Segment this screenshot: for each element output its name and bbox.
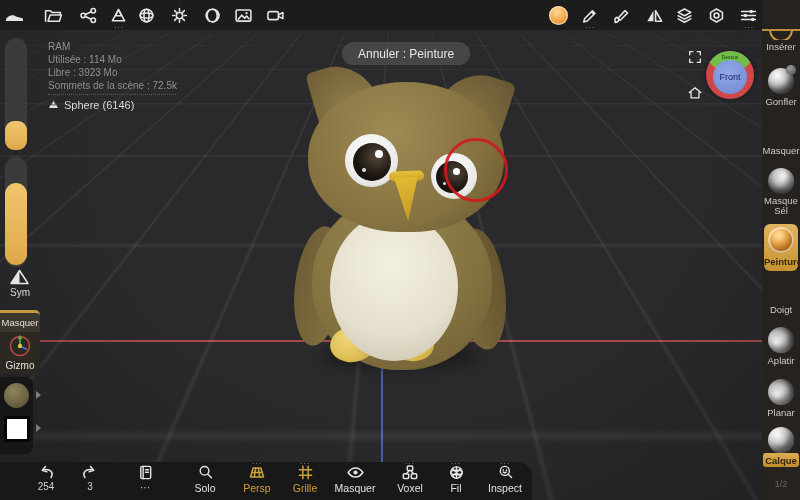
paintbrush-icon[interactable] (609, 4, 633, 26)
undo-toast: Annuler : Peinture (342, 42, 470, 65)
redo-button[interactable]: 3 (68, 464, 112, 492)
grille-button[interactable]: ··· Grille (283, 464, 327, 494)
grille-label: Grille (293, 482, 318, 494)
render-sphere-icon[interactable] (134, 4, 158, 26)
color-swatch[interactable] (4, 416, 30, 442)
fil-label: Fil (450, 482, 461, 494)
material-expand-arrow-icon[interactable] (36, 391, 41, 399)
layer-sphere-icon[interactable] (768, 427, 794, 453)
tool-planar[interactable]: Planar (762, 408, 800, 418)
paint-swatch-panel (0, 377, 33, 454)
history-more: ··· (140, 482, 150, 493)
masquer-view-button[interactable]: Masquer (333, 464, 377, 494)
lighting-icon[interactable] (167, 4, 191, 26)
masquer-popout-tab[interactable]: Masquer (0, 310, 40, 332)
red-annotation-circle (444, 138, 508, 202)
camera-icon[interactable] (263, 4, 287, 26)
app-logo-icon[interactable] (4, 4, 28, 26)
more-indicator: ··· (114, 26, 124, 30)
orientation-front-label: Front (719, 72, 740, 82)
scene-meshes-icon[interactable]: ··· (106, 4, 130, 26)
eye-glint (375, 150, 383, 158)
persp-label: Persp (243, 482, 270, 494)
intensity-slider[interactable] (5, 157, 27, 267)
bottom-toolbar: 254 3 ··· Solo ··· Persp ··· Grille Masq… (0, 462, 532, 500)
tool-mask-selection[interactable]: Masque Sél (762, 196, 800, 216)
layers-icon[interactable] (672, 4, 696, 26)
paint-sphere-icon (768, 227, 794, 253)
scene-vertices: Sommets de la scène : 72.5k (48, 79, 177, 92)
solo-label: Solo (194, 482, 215, 494)
color-expand-arrow-icon[interactable] (36, 424, 41, 432)
intensity-slider-fill[interactable] (5, 183, 27, 265)
undo-count: 254 (38, 481, 55, 492)
history-button[interactable]: ··· (123, 464, 167, 493)
tool-insert[interactable]: Insérer (762, 42, 800, 52)
material-preview-icon[interactable] (546, 4, 570, 26)
voxel-label: Voxel (397, 482, 423, 494)
matcap-icon[interactable] (200, 4, 224, 26)
insert-sphere-icon[interactable] (769, 31, 793, 40)
more-indicator: ··· (300, 460, 310, 467)
gizmo-label: Gizmo (0, 360, 40, 371)
settings-gear-icon[interactable] (704, 4, 728, 26)
interface-sliders-icon[interactable]: ··· (736, 4, 760, 26)
orientation-front-face[interactable]: Front (713, 60, 747, 94)
tool-paint-label: Peinture (764, 257, 800, 267)
folder-icon[interactable] (41, 4, 65, 26)
scene-object-row[interactable]: Sphere (6146) (48, 99, 134, 111)
mesh-icon (48, 99, 59, 111)
scene-object-name: Sphere (6146) (64, 99, 134, 111)
inflate-sphere-icon[interactable] (768, 68, 794, 94)
top-toolbar: ··· ··· (0, 0, 800, 30)
more-indicator: ··· (405, 460, 415, 467)
material-swatch[interactable] (4, 383, 29, 408)
orientation-sphere[interactable]: Dessus Front (706, 51, 754, 99)
undo-button[interactable]: 254 (24, 464, 68, 492)
viewport-3d[interactable]: RAM Utilisée : 114 Mo Libre : 3923 Mo So… (0, 0, 800, 500)
redo-count: 3 (87, 481, 93, 492)
voxel-button[interactable]: ··· Voxel (388, 464, 432, 494)
stats-divider (48, 94, 176, 95)
flatten-sphere-icon[interactable] (768, 327, 794, 353)
fil-button[interactable]: ··· Fil (434, 464, 478, 494)
memory-stats: RAM Utilisée : 114 Mo Libre : 3923 Mo So… (48, 40, 177, 92)
more-indicator: ··· (252, 460, 262, 467)
symmetry-label: Sym (0, 287, 40, 298)
nomad-sculpt-app: RAM Utilisée : 114 Mo Libre : 3923 Mo So… (0, 0, 800, 500)
solo-button[interactable]: Solo (183, 464, 227, 494)
tool-paint-selected[interactable]: Peinture (764, 224, 798, 271)
masquer-view-label: Masquer (335, 482, 376, 494)
gizmo-icon[interactable] (7, 332, 33, 362)
inspect-button[interactable]: ··· Inspect (483, 464, 527, 494)
planar-sphere-icon[interactable] (768, 379, 794, 405)
tool-mask[interactable]: Masquer (762, 146, 800, 156)
sculpt-tools-sidebar: Insérer Gonfler Masquer Masque Sél Peint… (762, 0, 800, 500)
ram-used: Utilisée : 114 Mo (48, 53, 177, 66)
tools-page-indicator: 1/2 (762, 479, 800, 489)
ram-free: Libre : 3923 Mo (48, 66, 177, 79)
mask-selection-sphere-icon[interactable] (768, 168, 794, 194)
tool-drag[interactable]: Doigt (762, 305, 800, 315)
tool-inflate[interactable]: Gonfler (762, 97, 800, 107)
eye-glint (362, 168, 366, 172)
more-indicator: ··· (585, 26, 595, 30)
ram-label: RAM (48, 40, 177, 53)
background-image-icon[interactable] (231, 4, 255, 26)
home-icon[interactable] (687, 85, 703, 104)
radius-slider[interactable] (5, 38, 27, 150)
owl-belly (330, 213, 458, 361)
inspect-label: Inspect (488, 482, 522, 494)
mirror-symmetry-icon[interactable] (642, 4, 666, 26)
undo-toast-text: Annuler : Peinture (358, 47, 454, 61)
pencil-icon[interactable]: ··· (577, 4, 601, 26)
node-graph-icon[interactable] (76, 4, 100, 26)
fullscreen-icon[interactable] (687, 49, 703, 69)
tool-layer[interactable]: Calque (763, 453, 799, 467)
more-indicator: ··· (500, 460, 510, 467)
radius-slider-handle[interactable] (5, 121, 27, 150)
tool-layer-label: Calque (765, 455, 797, 466)
more-indicator: ··· (451, 460, 461, 467)
persp-button[interactable]: ··· Persp (235, 464, 279, 494)
tool-flatten[interactable]: Aplatir (762, 356, 800, 366)
